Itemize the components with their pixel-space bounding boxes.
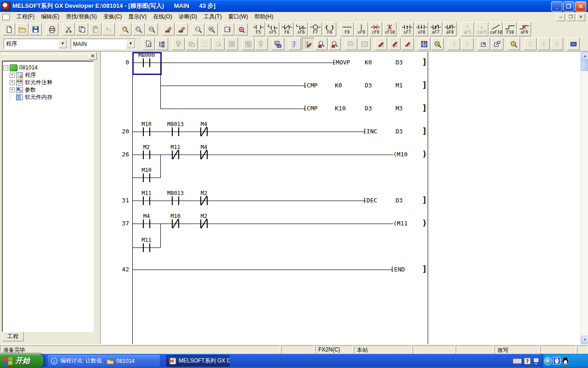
mdi-minimize-button[interactable]: – bbox=[556, 13, 565, 21]
scroll-up-icon[interactable]: ▲ bbox=[581, 52, 588, 60]
close-button[interactable]: ✕ bbox=[575, 1, 586, 12]
fn-sF8-button[interactable]: sF8 bbox=[415, 22, 428, 36]
window-new-icon[interactable] bbox=[491, 38, 503, 50]
fn-F9-button[interactable]: F9 bbox=[340, 22, 354, 36]
fn-F6-button[interactable]: F6 bbox=[280, 22, 294, 36]
mdi-close-button[interactable]: ✕ bbox=[577, 13, 585, 21]
display-icon[interactable] bbox=[533, 358, 539, 364]
collapse-icon[interactable]: − bbox=[3, 65, 8, 70]
taskbar-task-2[interactable]: MELSOFT系列 GX D... bbox=[166, 355, 230, 367]
partial-run-icon bbox=[226, 38, 238, 50]
data-type-combobox[interactable]: 程序▼ bbox=[4, 39, 68, 49]
fn-aF9-button[interactable]: aF9 bbox=[518, 22, 531, 36]
read-mode-icon[interactable] bbox=[288, 38, 301, 50]
ladder-editor[interactable]: 0M8000[MOVPK0D3][CMPK0D3M1][CMPK10D3M3]2… bbox=[100, 52, 588, 345]
taskbar-task-0[interactable]: e编程讨论: 让数值... bbox=[48, 355, 105, 367]
fn-cF10-button[interactable]: cF10 bbox=[383, 22, 396, 36]
monitor-write-mode-icon[interactable] bbox=[328, 38, 341, 50]
new-file-icon[interactable] bbox=[3, 23, 15, 35]
device-comment-edit-icon[interactable] bbox=[162, 23, 175, 35]
menu-item-4[interactable]: 显示(V) bbox=[125, 12, 150, 22]
ime-icon[interactable]: ? bbox=[524, 358, 531, 364]
project-tree[interactable]: − 081014 +程序+软元件注释+参数软元件内存 bbox=[2, 61, 94, 332]
menu-item-9[interactable]: 帮助(H) bbox=[251, 12, 277, 22]
fn-caF5-button: caF5 bbox=[475, 22, 488, 36]
hide-icons-chevron[interactable]: < bbox=[544, 357, 552, 365]
project-tree-toggle-icon[interactable] bbox=[156, 38, 168, 50]
menu-item-6[interactable]: 诊断(D) bbox=[175, 12, 201, 22]
open-file-icon[interactable] bbox=[16, 23, 28, 35]
device-test-icon[interactable] bbox=[418, 38, 430, 50]
menu-item-7[interactable]: 工具(T) bbox=[200, 12, 225, 22]
fn-aF8-button[interactable]: aF8 bbox=[443, 22, 457, 36]
menu-item-0[interactable]: 工程(F) bbox=[13, 12, 38, 22]
fn-F7-button[interactable]: F7 bbox=[309, 22, 322, 36]
menu-item-2[interactable]: 查找/替换(S) bbox=[62, 12, 100, 22]
start-button[interactable]: 开始 bbox=[0, 354, 44, 368]
fn-F8-button[interactable]: { }F8 bbox=[323, 22, 336, 36]
monitor-bar-icon[interactable] bbox=[567, 38, 580, 50]
chevron-down-icon[interactable]: ▼ bbox=[126, 40, 135, 48]
time-monitor-icon[interactable] bbox=[508, 38, 520, 50]
fn-sF9-button[interactable]: sF9 bbox=[355, 22, 368, 36]
chevron-down-icon[interactable]: ▼ bbox=[58, 40, 67, 48]
minimize-button[interactable]: _ bbox=[551, 1, 562, 12]
tree-root[interactable]: − 081014 bbox=[3, 64, 92, 71]
screen-mode-icon[interactable] bbox=[142, 38, 155, 50]
expand-icon[interactable]: + bbox=[10, 73, 15, 78]
fn-caF10-button[interactable]: caF10 bbox=[489, 22, 503, 36]
fn-cF9-button[interactable]: cF9 bbox=[369, 22, 382, 36]
fn-aF7-button[interactable]: aF7 bbox=[429, 22, 442, 36]
statement-edit2-icon[interactable] bbox=[388, 38, 401, 50]
zoom-list-icon[interactable] bbox=[205, 23, 218, 35]
fn-F10-button[interactable]: F10 bbox=[503, 22, 517, 36]
menu-item-5[interactable]: 在线(O) bbox=[150, 12, 175, 22]
fn-sF5-button[interactable]: sF5 bbox=[266, 22, 279, 36]
menu-item-8[interactable]: 窗口(W) bbox=[225, 12, 251, 22]
taskbar-task-1[interactable]: 081014 bbox=[104, 355, 160, 367]
find-instruction-icon[interactable]: AB bbox=[146, 23, 158, 35]
restore-button[interactable]: ❐ bbox=[563, 1, 574, 12]
scroll-down-icon[interactable]: ▼ bbox=[581, 336, 588, 344]
cut-icon[interactable] bbox=[62, 23, 75, 35]
vertical-scrollbar[interactable]: ▲ ▼ bbox=[580, 52, 588, 345]
fn-sF6-button[interactable]: sF6 bbox=[294, 22, 308, 36]
note-edit-icon[interactable] bbox=[401, 38, 414, 50]
program-combobox[interactable]: MAIN▼ bbox=[71, 39, 136, 49]
mdi-restore-button[interactable]: ❐ bbox=[566, 13, 575, 21]
tree-item-2[interactable]: +参数 bbox=[3, 86, 92, 93]
ladder-logic-convert-icon[interactable]: EHLD bbox=[272, 38, 284, 50]
project-tab[interactable]: 工程 bbox=[2, 332, 24, 341]
fn-sF7-button[interactable]: sF7 bbox=[401, 22, 414, 36]
write-mode-icon[interactable] bbox=[302, 38, 314, 50]
scrollbar-thumb[interactable] bbox=[581, 60, 588, 71]
mouse-settings-icon[interactable] bbox=[553, 357, 560, 364]
help-search-icon[interactable] bbox=[235, 23, 248, 35]
panel-close-icon[interactable]: ✕ bbox=[89, 52, 97, 60]
find-device-icon[interactable] bbox=[132, 23, 145, 35]
monitor-mode-icon[interactable] bbox=[315, 38, 328, 50]
qq-icon[interactable] bbox=[562, 357, 569, 364]
device-label: M4 bbox=[187, 144, 220, 150]
window-front-icon[interactable] bbox=[478, 38, 490, 50]
tree-item-1[interactable]: +软元件注释 bbox=[3, 79, 92, 86]
mdi-document-icon[interactable] bbox=[2, 14, 10, 20]
tree-item-3[interactable]: 软元件内存 bbox=[3, 93, 92, 101]
print-icon[interactable] bbox=[46, 23, 58, 35]
expand-icon[interactable]: + bbox=[10, 87, 15, 92]
monitor-start-icon[interactable] bbox=[431, 38, 444, 50]
tree-item-0[interactable]: +程序 bbox=[3, 71, 92, 79]
menu-item-3[interactable]: 变换(C) bbox=[100, 12, 125, 22]
project-data-list-icon[interactable] bbox=[222, 23, 234, 35]
save-icon[interactable] bbox=[29, 23, 42, 35]
copy-icon[interactable] bbox=[76, 23, 88, 35]
down-icon bbox=[476, 24, 487, 30]
statement-edit-icon[interactable] bbox=[175, 23, 188, 35]
find-icon[interactable] bbox=[119, 23, 131, 35]
zoom-device-icon[interactable] bbox=[192, 23, 204, 35]
expand-icon[interactable]: + bbox=[10, 80, 15, 85]
comment-edit-icon[interactable] bbox=[375, 38, 387, 50]
fn-F5-button[interactable]: F5 bbox=[252, 22, 265, 36]
menu-item-1[interactable]: 编辑(E) bbox=[38, 12, 62, 22]
keyboard-icon[interactable] bbox=[513, 358, 522, 364]
